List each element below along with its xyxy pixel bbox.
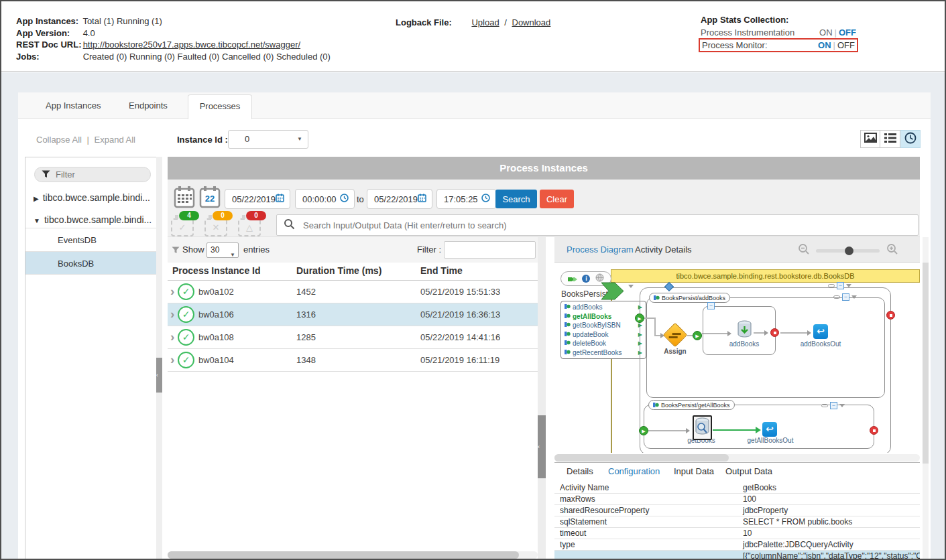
info-icon[interactable]: i bbox=[582, 275, 590, 283]
zoom-in-icon[interactable] bbox=[886, 243, 898, 257]
property-row-highlighted[interactable]: [{"columnName":"isbn","dataType":"12","s… bbox=[554, 551, 920, 560]
tab-activity-details[interactable]: Activity Details bbox=[635, 244, 692, 255]
diagram-hscrollbar bbox=[554, 454, 920, 462]
collapse-all-link[interactable]: Collapse All bbox=[36, 135, 82, 145]
tree-filter-input[interactable] bbox=[56, 169, 129, 180]
zoom-slider[interactable] bbox=[816, 249, 880, 253]
from-date-field[interactable]: 05/22/2019 bbox=[225, 189, 290, 209]
start-icon: ▶ bbox=[693, 331, 702, 340]
process-instance-id: bw0a102 bbox=[198, 287, 234, 297]
start-icon: ▶ bbox=[635, 313, 644, 323]
to-date-field[interactable]: 05/22/2019 bbox=[367, 189, 432, 209]
tree-item-booksdb[interactable]: BooksDB bbox=[25, 251, 160, 275]
property-name: sqlStatement bbox=[560, 517, 607, 527]
rest-doc-link[interactable]: http://bookstore250v17.apps.bwce.tibcopc… bbox=[83, 40, 300, 50]
tab-process-diagram[interactable]: Process Diagram bbox=[567, 244, 634, 255]
connector-line bbox=[648, 430, 687, 431]
process-diagram-canvas[interactable]: tibco.bwce.sample.binding.rest.bookstore… bbox=[554, 263, 920, 453]
column-header-end-time[interactable]: End Time bbox=[420, 265, 463, 276]
activity-label: addBooksOut bbox=[797, 340, 844, 348]
success-check-icon: ✓ bbox=[178, 329, 194, 346]
diagram-hscrollbar-thumb[interactable] bbox=[554, 454, 729, 462]
column-header-duration[interactable]: Duration Time (ms) bbox=[296, 265, 381, 276]
clear-button[interactable]: Clear bbox=[540, 190, 574, 208]
tree-item-expanded[interactable]: ▼tibco.bwce.sample.bindi... bbox=[34, 214, 152, 225]
zoom-out-icon[interactable] bbox=[798, 243, 810, 257]
tab-details[interactable]: Details bbox=[567, 466, 593, 476]
tab-app-instances[interactable]: App Instances bbox=[46, 92, 101, 119]
run-icon[interactable] bbox=[568, 273, 577, 285]
expand-all-link[interactable]: Expand All bbox=[95, 135, 135, 145]
search-button[interactable]: Search bbox=[495, 190, 537, 208]
group-getallbooks-label[interactable]: BooksPersist/getAllBooks bbox=[648, 400, 735, 410]
tab-endpoints[interactable]: Endpoints bbox=[129, 92, 168, 119]
column-header-process-instance-id[interactable]: Process Instance Id bbox=[172, 265, 261, 276]
to-time-field[interactable]: 17:05:25 bbox=[436, 189, 496, 209]
filter-icon bbox=[42, 169, 50, 181]
calendar-day-icon[interactable]: 22 bbox=[199, 186, 221, 208]
table-filter-input[interactable] bbox=[444, 241, 536, 259]
warning-filter-button[interactable]: △ 0 bbox=[238, 215, 263, 236]
addbooks-activity-icon[interactable] bbox=[737, 320, 752, 341]
collapse-icon[interactable]: − bbox=[830, 402, 837, 409]
zoom-slider-thumb[interactable] bbox=[845, 247, 853, 255]
failed-filter-button[interactable]: ✕ 0 bbox=[204, 215, 230, 236]
process-instrumentation-on-toggle[interactable]: ON bbox=[819, 27, 833, 38]
page-size-select[interactable]: 30 ▼ bbox=[206, 242, 239, 258]
expand-row-icon[interactable]: › bbox=[170, 307, 174, 322]
getbooks-activity-icon-selected[interactable] bbox=[693, 415, 712, 440]
warning-count-badge: 0 bbox=[246, 211, 266, 220]
logback-download-link[interactable]: Download bbox=[512, 17, 551, 27]
addbooksout-activity-icon[interactable]: ↩ bbox=[813, 324, 828, 339]
tree-item-eventsdb[interactable]: EventsDB bbox=[25, 228, 160, 251]
operation-updatebook[interactable]: updateBook ▶ bbox=[565, 330, 642, 340]
table-row[interactable]: › ✓ bw0a102 1452 05/21/2019 15:51:33 bbox=[168, 281, 538, 303]
getallbooksout-activity-icon[interactable]: ↩ bbox=[762, 422, 777, 437]
property-value: 100 bbox=[743, 494, 756, 504]
tree-panel-divider-handle[interactable]: ‹ bbox=[156, 358, 162, 393]
table-hscrollbar-thumb[interactable] bbox=[168, 551, 519, 559]
tab-configuration[interactable]: Configuration bbox=[608, 466, 660, 476]
right-vscrollbar-thumb[interactable] bbox=[923, 263, 929, 464]
tab-output-data[interactable]: Output Data bbox=[725, 466, 772, 476]
controls-divider: | bbox=[84, 135, 92, 145]
io-search-input[interactable] bbox=[303, 220, 911, 230]
image-view-button[interactable] bbox=[860, 130, 880, 148]
process-monitor-off-toggle[interactable]: OFF bbox=[837, 40, 855, 50]
expand-row-icon[interactable]: › bbox=[170, 352, 174, 367]
io-search-box[interactable] bbox=[276, 214, 919, 236]
table-filter-label: Filter : bbox=[417, 244, 441, 255]
table-row-selected[interactable]: › ✓ bw0a106 1316 05/21/2019 16:36:13 bbox=[168, 303, 538, 326]
instance-id-select[interactable]: 0 ▼ bbox=[228, 130, 308, 149]
tab-processes[interactable]: Processes bbox=[188, 94, 252, 119]
tree-item-collapsed[interactable]: ▶tibco.bwce.sample.bindi... bbox=[34, 192, 150, 203]
table-row[interactable]: › ✓ bw0a104 1348 05/21/2019 16:11:19 bbox=[168, 349, 538, 372]
toggle-divider: | bbox=[833, 27, 839, 38]
scope-collapse-controls: − bbox=[828, 282, 851, 289]
group-addbooks-label[interactable]: BooksPersist/addBooks bbox=[649, 293, 730, 303]
link-icon bbox=[828, 284, 835, 287]
operation-getbookbyisbn[interactable]: getBookByISBN ▶ bbox=[565, 321, 642, 330]
process-monitor-on-toggle[interactable]: ON bbox=[818, 40, 831, 50]
tab-input-data[interactable]: Input Data bbox=[674, 466, 714, 476]
tree-filter[interactable] bbox=[34, 167, 151, 182]
panel-divider-handle[interactable]: ‹ bbox=[538, 415, 546, 478]
collapse-icon[interactable]: − bbox=[837, 282, 844, 289]
list-view-button[interactable] bbox=[880, 130, 900, 148]
operation-getrecentbooks[interactable]: getRecentBooks ▶ bbox=[565, 348, 642, 358]
expand-row-icon[interactable]: › bbox=[170, 330, 174, 344]
operation-deletebook[interactable]: deleteBook ▶ bbox=[565, 339, 642, 348]
collapse-icon[interactable]: − bbox=[707, 302, 715, 309]
logback-upload-link[interactable]: Upload bbox=[471, 17, 499, 27]
history-view-button[interactable] bbox=[900, 130, 921, 148]
process-instrumentation-off-toggle[interactable]: OFF bbox=[839, 27, 856, 38]
calendar-range-icon[interactable] bbox=[174, 186, 195, 211]
from-time-field[interactable]: 00:00:00 bbox=[295, 189, 355, 209]
operation-addbooks[interactable]: addBooks ▶ bbox=[565, 303, 642, 312]
table-row[interactable]: › ✓ bw0a108 1285 05/22/2019 14:41:16 bbox=[168, 326, 538, 349]
operation-getallbooks[interactable]: getAllBooks ▶ bbox=[565, 312, 642, 322]
chevron-down-icon[interactable] bbox=[628, 288, 634, 300]
collapse-icon[interactable]: − bbox=[842, 293, 849, 301]
expand-row-icon[interactable]: › bbox=[170, 284, 174, 299]
success-filter-button[interactable]: ✓ 4 bbox=[171, 215, 196, 236]
